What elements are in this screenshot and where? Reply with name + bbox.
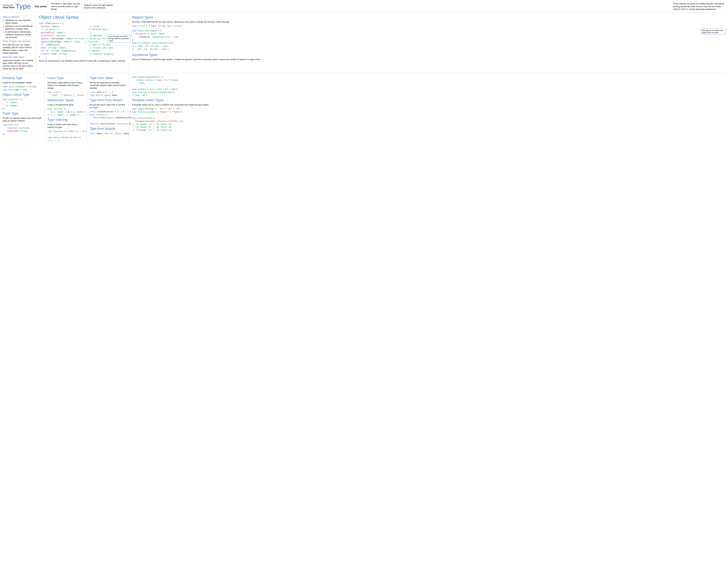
cond-code: type HasFourLegs<Animal> = Animal extend… xyxy=(132,75,723,97)
tmpl-code: type SupportedLangs = "en" | "pt" | "zh"… xyxy=(132,107,723,132)
keypoints-2: Supports more rich type-system features … xyxy=(84,4,113,9)
logo-typescript: TypeScript xyxy=(3,4,13,6)
tuple-p: A tuple is a special-cased array with kn… xyxy=(3,117,42,122)
logo-big: Type xyxy=(16,2,31,11)
tfm-code: const data: import("./data").data xyxy=(90,132,127,135)
index-p: A way to extract and name from a subset … xyxy=(47,123,84,128)
logo: TypeScript Cheat Sheet Type xyxy=(3,2,31,11)
ols-title: Object Literal Syntax xyxy=(39,14,127,20)
bullet-1: Interfaces can only describe object shap… xyxy=(5,19,34,24)
sidebar-p2: Much like how you can create variables w… xyxy=(3,43,34,55)
bullet-3: In performance critical types interface … xyxy=(5,31,34,39)
tfr-p: Re-use the return value from a function … xyxy=(90,103,127,109)
union-p: Describes a type which is one of many op… xyxy=(47,81,84,90)
mapped-code: type Artist = { name: string, bio: strin… xyxy=(132,24,725,27)
sidebar-h1: Type vs Interface xyxy=(3,15,34,18)
prim-h: Primitive Type xyxy=(3,76,42,80)
tmpl-p: A template string can be used to combine… xyxy=(132,103,723,106)
keypoints-3: These features are great for building li… xyxy=(673,2,725,11)
union-code: type Size = "small" | "medium" | "large" xyxy=(47,91,84,97)
tuple-h: Tuple Type xyxy=(3,111,42,116)
sidebar-p3: TypeScript includes a lot of global type… xyxy=(3,59,34,70)
tfv-h: Type from Value xyxy=(90,76,127,80)
logo-cheatsheet: Cheat Sheet xyxy=(3,6,14,9)
bullet-2: Interfaces can be extended by declaring … xyxy=(5,25,34,30)
tfv-code: const data = { ... } type Data = typeof … xyxy=(90,91,127,97)
tfm-h: Type from Module xyxy=(90,126,127,131)
col-union: Union Type Describes a type which is one… xyxy=(45,73,87,145)
mapped-code-2: type Subscriber<Type> = { [Property in k… xyxy=(132,29,700,50)
inter-p: A way to merge/extend types xyxy=(47,103,84,106)
col-typefrom: Type from Value Re-use the type from an … xyxy=(87,73,129,145)
index-h: Type Indexing xyxy=(47,117,84,122)
tmpl-h: Template Union Types xyxy=(132,98,723,102)
sidebar-h3: Build with Utility Types xyxy=(3,56,34,58)
annotation-loop: Loop through each field in the type gene… xyxy=(107,35,131,43)
mapped-h: Mapped Types xyxy=(132,15,725,19)
logo-small: TypeScript Cheat Sheet xyxy=(3,4,14,9)
union-h: Union Type xyxy=(47,76,84,80)
tuple-code: type Data = [ location: Location, timest… xyxy=(3,123,42,135)
prim-code: type SanitizedInput = string; type Missi… xyxy=(3,85,42,91)
mapped-p: Acts like a map statement for the type s… xyxy=(132,20,725,23)
index-code: type Response = { data: { ... } } type D… xyxy=(47,130,84,142)
sidebar-h2: Think of Types Like Variables xyxy=(3,40,34,43)
keypoints-label: Key points xyxy=(35,5,47,8)
tfr-code: const createFixtures = () ⇒ { ... } type… xyxy=(90,110,127,125)
page-header: TypeScript Cheat Sheet Type Key points F… xyxy=(3,2,725,13)
sidebar-bullets: Interfaces can only describe object shap… xyxy=(5,19,34,39)
tfr-h: Type from Func Return xyxy=(90,98,127,102)
olt-h: Object Literal Type xyxy=(3,92,42,97)
col-advanced: type HasFourLegs<Animal> = Animal extend… xyxy=(129,73,725,145)
olt-code: type Location = { x: number; y: number; … xyxy=(3,98,42,110)
sidebar: Type vs Interface Interfaces can only de… xyxy=(3,13,36,73)
tfv-p: Re-use the type from an existing JavaScr… xyxy=(90,81,127,90)
cond-h: Conditional Types xyxy=(132,53,725,57)
object-literal-syntax-panel: Object Literal Syntax type JSONResponse … xyxy=(36,13,129,73)
lower-row: Primitive Type Useful for documentation … xyxy=(3,73,725,145)
cond-p: Acts as “if statements” inside the type … xyxy=(132,58,725,61)
ols-footer: Terser for saving space, see Interface C… xyxy=(39,59,127,62)
keypoints-1: Full name is “type alias” and are used t… xyxy=(51,2,80,11)
col-primitive: Primitive Type Useful for documentation … xyxy=(3,73,45,145)
inter-code: type Location = { x: number } & { y: num… xyxy=(47,107,84,116)
main-row: Type vs Interface Interfaces can only de… xyxy=(3,13,725,73)
inter-h: Intersection Types xyxy=(47,98,84,102)
right-top-col: Mapped Types Acts like a map statement f… xyxy=(129,13,725,73)
prim-p: Useful for documentation mainly xyxy=(3,81,42,84)
annotation-setstype: Sets type as a function with original ty… xyxy=(701,29,725,34)
